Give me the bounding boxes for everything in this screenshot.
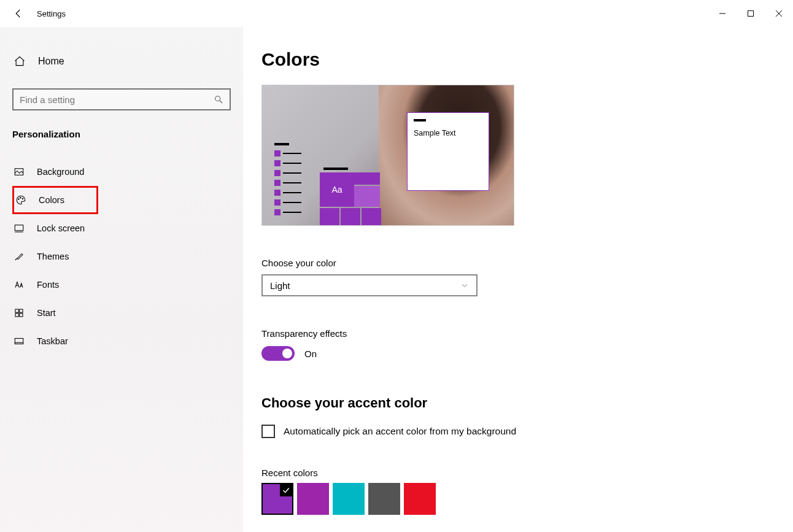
- sidebar-section-title: Personalization: [12, 129, 231, 139]
- sidebar-item-label: Start: [37, 308, 56, 318]
- window-title: Settings: [37, 9, 66, 18]
- transparency-state: On: [304, 349, 317, 359]
- choose-color-label: Choose your color: [261, 258, 756, 268]
- svg-rect-13: [20, 309, 23, 312]
- preview-sample-text: Sample Text: [414, 129, 482, 137]
- svg-rect-12: [15, 309, 18, 312]
- auto-accent-checkbox[interactable]: [261, 425, 275, 438]
- sidebar-item-label: Taskbar: [37, 336, 68, 346]
- svg-point-8: [20, 198, 21, 199]
- svg-rect-14: [15, 314, 18, 317]
- sidebar-item-label: Fonts: [37, 280, 59, 290]
- preview-start-list: [274, 143, 303, 219]
- preview-tiles: Aa: [320, 168, 381, 225]
- sidebar-item-start[interactable]: Start: [12, 299, 231, 327]
- maximize-icon: [747, 10, 754, 17]
- search-input-wrap[interactable]: [12, 88, 231, 110]
- chevron-down-icon: [460, 281, 469, 290]
- auto-accent-label: Automatically pick an accent color from …: [284, 426, 516, 437]
- color-swatch[interactable]: [368, 483, 400, 515]
- image-icon: [14, 166, 25, 177]
- grid-icon: [14, 307, 25, 318]
- color-swatch[interactable]: [404, 483, 436, 515]
- sidebar-item-lock-screen[interactable]: Lock screen: [12, 214, 231, 242]
- color-swatch[interactable]: [261, 483, 293, 515]
- back-button[interactable]: [12, 7, 25, 20]
- color-swatch[interactable]: [333, 483, 365, 515]
- title-bar: Settings: [0, 0, 793, 27]
- search-input[interactable]: [20, 94, 214, 105]
- monitor-icon: [14, 223, 25, 234]
- brush-icon: [14, 251, 25, 262]
- sidebar-item-label: Themes: [37, 252, 69, 261]
- svg-point-4: [215, 96, 220, 101]
- sidebar-item-fonts[interactable]: Fonts: [12, 271, 231, 299]
- svg-rect-1: [748, 11, 754, 17]
- arrow-left-icon: [13, 8, 24, 19]
- minimize-icon: [719, 10, 726, 17]
- sidebar-item-label: Background: [37, 167, 84, 177]
- svg-point-9: [22, 198, 23, 199]
- page-title: Colors: [261, 49, 756, 70]
- svg-rect-10: [15, 225, 23, 231]
- sidebar-item-label: Lock screen: [37, 223, 85, 233]
- font-icon: [14, 279, 25, 290]
- choose-color-value: Light: [270, 280, 290, 291]
- color-preview: Aa Sample Text: [261, 85, 514, 226]
- svg-point-7: [18, 199, 20, 200]
- preview-sample-window: Sample Text: [407, 112, 489, 191]
- sidebar-home[interactable]: Home: [12, 52, 231, 71]
- svg-rect-15: [20, 314, 23, 317]
- sidebar-item-colors[interactable]: Colors: [12, 186, 98, 214]
- recent-colors-row: [261, 483, 756, 515]
- sidebar-item-themes[interactable]: Themes: [12, 242, 231, 271]
- color-swatch[interactable]: [297, 483, 329, 515]
- close-button[interactable]: [765, 4, 793, 23]
- maximize-button[interactable]: [737, 4, 765, 23]
- preview-tile-aa: Aa: [320, 172, 354, 207]
- taskbar-icon: [14, 336, 25, 347]
- search-icon: [214, 94, 223, 104]
- sidebar: Home Personalization Background Colors L…: [0, 27, 243, 532]
- svg-line-5: [220, 101, 222, 103]
- accent-section-title: Choose your accent color: [261, 395, 756, 411]
- home-icon: [14, 55, 26, 67]
- minimize-button[interactable]: [708, 4, 737, 23]
- sidebar-item-taskbar[interactable]: Taskbar: [12, 327, 231, 355]
- choose-color-dropdown[interactable]: Light: [261, 274, 478, 296]
- svg-rect-16: [15, 339, 23, 344]
- check-icon: [280, 484, 292, 496]
- sidebar-item-background[interactable]: Background: [12, 158, 231, 186]
- sidebar-item-label: Colors: [39, 195, 64, 205]
- transparency-toggle[interactable]: [261, 346, 295, 361]
- content-area: Colors Aa Sample Text: [243, 27, 793, 532]
- recent-colors-label: Recent colors: [261, 468, 756, 478]
- close-icon: [775, 10, 783, 17]
- sidebar-home-label: Home: [38, 56, 64, 67]
- transparency-label: Transparency effects: [261, 328, 756, 339]
- palette-icon: [15, 195, 26, 206]
